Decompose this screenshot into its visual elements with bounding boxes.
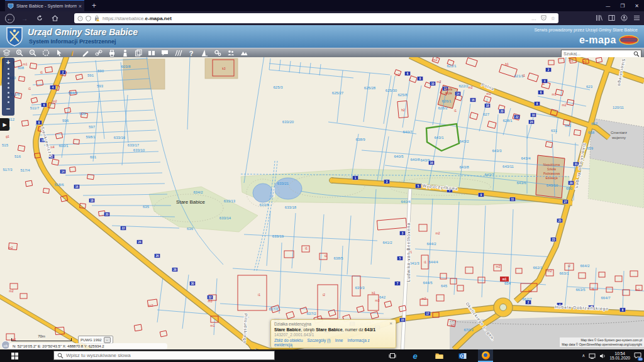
taskbar-search[interactable] xyxy=(53,351,275,360)
lock-warning-icon[interactable] xyxy=(94,15,100,21)
window-minimize-button[interactable]: — xyxy=(606,4,610,8)
address-number: 10 xyxy=(431,82,435,85)
notification-badge: 10 xyxy=(638,358,643,361)
parcel-label: 622/2 xyxy=(458,84,469,88)
parcel-label: 633/13 xyxy=(224,199,236,203)
outlook-icon[interactable]: O xyxy=(455,349,470,362)
address-number: 29 xyxy=(569,182,573,185)
parcel-label: 626/1 xyxy=(441,99,452,103)
clock[interactable]: 10:54 15.01.2020 xyxy=(609,351,630,360)
chat-icon[interactable] xyxy=(158,48,172,57)
tracking-shield-icon[interactable] xyxy=(86,16,91,21)
info-icon[interactable]: i xyxy=(66,48,79,57)
windows-taskbar: e O ∧ 10:54 15.01.2020 10 xyxy=(0,349,644,362)
building-label: m3 xyxy=(208,299,213,303)
file-explorer-icon[interactable] xyxy=(431,349,447,362)
search-icon[interactable] xyxy=(633,51,640,57)
draw-icon[interactable] xyxy=(79,48,92,57)
terrain-icon[interactable] xyxy=(238,48,251,57)
address-number: 14 xyxy=(61,170,65,173)
firefox-icon[interactable] xyxy=(478,349,493,362)
forward-button[interactable]: → xyxy=(19,13,30,23)
library-icon[interactable] xyxy=(596,13,602,24)
navigate-icon[interactable] xyxy=(198,48,211,57)
link-icon[interactable] xyxy=(92,48,106,57)
users-icon[interactable] xyxy=(225,48,238,57)
address-number: 20 xyxy=(105,213,109,216)
popup-link[interactable]: Inne xyxy=(335,338,343,343)
browser-tab-bar: Stare Babice - System Informac × + — ❐ ✕ xyxy=(0,0,644,11)
measure-icon[interactable] xyxy=(172,48,185,57)
parcel-label: 643/4 xyxy=(521,156,531,160)
pointer-icon[interactable] xyxy=(53,48,66,57)
address-number: 30 xyxy=(191,282,194,285)
tray-chevron-icon[interactable]: ∧ xyxy=(582,353,585,358)
parcel-label: 625/30 xyxy=(386,89,397,92)
speaker-icon[interactable] xyxy=(599,353,606,359)
streetview-icon[interactable] xyxy=(119,48,132,57)
panel-expander-arrow[interactable]: ▶ xyxy=(0,118,9,131)
parcel-label: 643/11 xyxy=(502,165,514,168)
parcel-label: 664/7 xyxy=(601,296,611,300)
back-button[interactable]: ← xyxy=(5,14,14,23)
parcel-label: 627 xyxy=(483,112,490,116)
building-label: i1 xyxy=(28,87,31,90)
svg-text:i: i xyxy=(80,16,81,20)
sidebar-icon[interactable] xyxy=(608,13,615,24)
building-label: m2 xyxy=(9,246,13,250)
parcel-label: 642 xyxy=(379,295,386,299)
window-close-button[interactable]: ✕ xyxy=(635,3,639,9)
task-view-icon[interactable] xyxy=(385,349,400,362)
settings-icon[interactable] xyxy=(211,48,225,57)
parcel-label: 643/3 xyxy=(492,149,502,153)
browser-tab[interactable]: Stare Babice - System Informac × xyxy=(5,0,84,11)
help-icon[interactable]: ? xyxy=(185,48,198,57)
page-info-icon[interactable]: i xyxy=(77,16,83,21)
crs-dropdown-icon[interactable]: ⌄ xyxy=(104,337,111,343)
menu-hamburger-icon[interactable] xyxy=(633,13,640,24)
print-icon[interactable] xyxy=(106,48,119,57)
parcel-label: 641/3 xyxy=(409,261,419,265)
bookmark-star-icon[interactable]: ☆ xyxy=(551,16,555,21)
action-center-icon[interactable]: 10 xyxy=(634,350,641,361)
map-canvas[interactable]: 6810121416182022242468103129272523135791… xyxy=(0,57,644,349)
building-label: m2 xyxy=(496,265,501,268)
address-number: 25 xyxy=(558,219,562,222)
zoom-in-icon[interactable] xyxy=(13,48,26,57)
select-area-icon[interactable] xyxy=(40,48,53,57)
building-label: g1 xyxy=(6,134,9,138)
zoom-out-icon[interactable] xyxy=(26,48,40,57)
network-icon[interactable] xyxy=(589,353,596,359)
zoom-in-button[interactable]: + xyxy=(2,58,14,67)
reload-button[interactable] xyxy=(35,13,45,23)
parcel-label: 596 xyxy=(62,119,69,123)
search-icon xyxy=(57,353,64,359)
parcel-label: 120/11 xyxy=(613,106,625,109)
popup-link[interactable]: Zbliż do obiektu xyxy=(274,338,303,343)
emapa-brand[interactable]: e-mapa xyxy=(579,35,616,46)
building-label: i1 xyxy=(258,293,260,297)
browser-navbar: ← → i https://starebabice.e-mapa.net … ☆ xyxy=(0,11,644,25)
popup-parcel-id: 143207_2.0001.643/1 xyxy=(274,332,392,337)
tab-close-icon[interactable]: × xyxy=(79,3,82,9)
address-number: 10 xyxy=(531,114,535,117)
split-view-icon[interactable] xyxy=(145,48,158,57)
zoom-out-button[interactable]: − xyxy=(2,104,14,113)
url-overflow-icon[interactable]: … xyxy=(531,16,536,21)
parcel-label: 658 xyxy=(588,131,595,134)
map-search-input[interactable] xyxy=(562,52,633,56)
popup-close-icon[interactable]: × xyxy=(389,322,392,326)
copy-icon[interactable] xyxy=(132,48,145,57)
zoom-slider[interactable] xyxy=(2,67,14,104)
layers-icon[interactable] xyxy=(0,48,13,57)
account-icon[interactable] xyxy=(621,13,628,24)
start-button[interactable] xyxy=(0,349,29,362)
url-bar[interactable]: i https://starebabice.e-mapa.net … ☆ xyxy=(74,13,558,23)
window-maximize-button[interactable]: ❐ xyxy=(620,3,625,9)
edge-icon[interactable]: e xyxy=(408,349,423,362)
popup-link[interactable]: Szczegóły (i) xyxy=(308,338,331,343)
home-button[interactable] xyxy=(50,13,60,23)
taskbar-search-input[interactable] xyxy=(64,353,274,358)
new-tab-button[interactable]: + xyxy=(92,1,96,10)
pocket-icon[interactable] xyxy=(541,15,547,22)
